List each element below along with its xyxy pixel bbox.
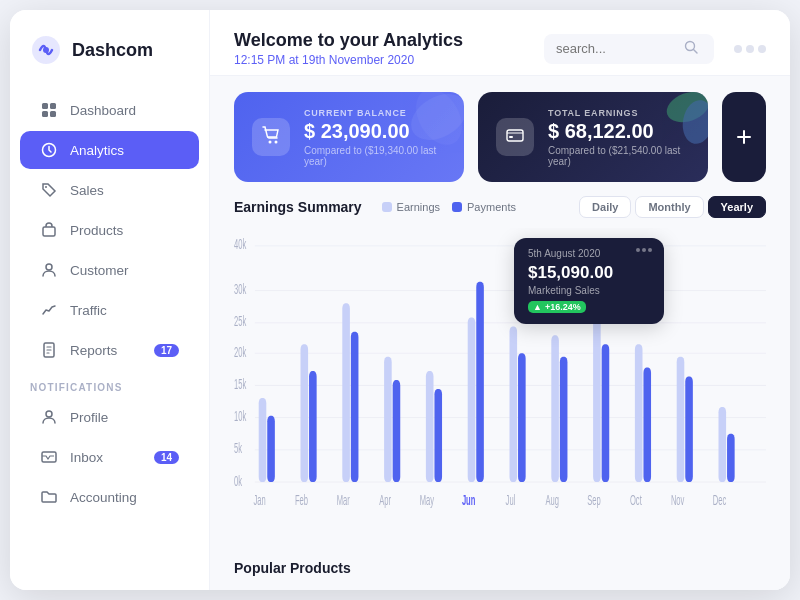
stat-card-stub (722, 92, 766, 182)
search-input[interactable] (556, 41, 676, 56)
svg-rect-43 (351, 332, 359, 482)
legend-payments: Payments (452, 201, 516, 213)
inbox-icon (40, 448, 58, 466)
svg-rect-48 (468, 317, 476, 482)
svg-point-15 (275, 141, 278, 144)
sidebar-item-customer[interactable]: Customer (20, 251, 199, 289)
svg-point-11 (46, 411, 52, 417)
chart-tooltip: 5th August 2020 $15,090.00 Marketing Sal… (514, 238, 664, 324)
sidebar-item-inbox[interactable]: Inbox 14 (20, 438, 199, 476)
folder-icon (40, 488, 58, 506)
sidebar: Dashcom Dashboard Analytics Sales Produc (10, 10, 210, 590)
sidebar-item-accounting[interactable]: Accounting (20, 478, 199, 516)
logo-area: Dashcom (10, 34, 209, 90)
svg-rect-61 (727, 434, 735, 482)
sidebar-item-dashboard[interactable]: Dashboard (20, 91, 199, 129)
svg-rect-55 (602, 344, 610, 482)
daily-button[interactable]: Daily (579, 196, 631, 218)
card-icon-box (252, 118, 290, 156)
svg-rect-49 (476, 282, 484, 482)
clock-icon (40, 141, 58, 159)
chart-title: Earnings Summary (234, 199, 362, 215)
chart-controls: Daily Monthly Yearly (579, 196, 766, 218)
svg-rect-8 (43, 227, 55, 236)
svg-rect-41 (309, 371, 317, 482)
bag-icon (40, 221, 58, 239)
svg-text:Aug: Aug (545, 493, 559, 508)
popular-section: Popular Products (210, 550, 790, 590)
user-icon (40, 408, 58, 426)
svg-rect-54 (593, 317, 601, 482)
earnings-legend-label: Earnings (397, 201, 440, 213)
svg-text:Apr: Apr (379, 493, 391, 508)
logo-text: Dashcom (72, 40, 153, 61)
chart-icon (40, 301, 58, 319)
svg-text:30k: 30k (234, 282, 246, 297)
payments-legend-label: Payments (467, 201, 516, 213)
svg-rect-53 (560, 357, 568, 482)
file-icon (40, 341, 58, 359)
chart-legend: Earnings Payments (382, 201, 516, 213)
svg-rect-57 (643, 368, 651, 482)
sidebar-item-traffic[interactable]: Traffic (20, 291, 199, 329)
svg-text:Jun: Jun (462, 493, 475, 508)
svg-text:Jan: Jan (254, 493, 266, 508)
search-bar[interactable] (544, 34, 714, 64)
svg-text:15k: 15k (234, 377, 246, 392)
svg-text:May: May (420, 493, 435, 508)
page-subtitle: 12:15 PM at 19th November 2020 (234, 53, 528, 67)
stat-card-earnings: TOTAL EARNINGS $ 68,122.00 Compared to (… (478, 92, 708, 182)
page-title: Welcome to your Analytics (234, 30, 528, 51)
sidebar-item-label: Products (70, 223, 123, 238)
tooltip-label: Marketing Sales (528, 285, 650, 296)
svg-text:Nov: Nov (671, 493, 685, 508)
svg-text:Oct: Oct (630, 493, 642, 508)
sidebar-item-products[interactable]: Products (20, 211, 199, 249)
search-icon (684, 40, 698, 58)
svg-text:5k: 5k (234, 441, 242, 456)
svg-rect-58 (677, 357, 685, 482)
chart-section: Earnings Summary Earnings Payments Daily… (210, 182, 790, 550)
reports-badge: 17 (154, 344, 179, 357)
stat-card-balance: CURRENT BALANCE $ 23,090.00 Compared to … (234, 92, 464, 182)
svg-point-1 (43, 47, 49, 53)
tooltip-badge-value: +16.24% (545, 302, 581, 312)
earnings-legend-dot (382, 202, 392, 212)
svg-rect-19 (509, 136, 513, 138)
notifications-section-label: NOTIFICATIONS (10, 370, 209, 397)
sidebar-item-profile[interactable]: Profile (20, 398, 199, 436)
sidebar-item-label: Profile (70, 410, 108, 425)
svg-rect-42 (342, 303, 350, 482)
svg-point-7 (45, 186, 47, 188)
sidebar-item-label: Accounting (70, 490, 137, 505)
svg-text:Mar: Mar (337, 493, 350, 508)
svg-rect-45 (393, 380, 401, 482)
tooltip-dots (636, 248, 652, 252)
svg-rect-5 (50, 111, 56, 117)
yearly-button[interactable]: Yearly (708, 196, 766, 218)
svg-rect-56 (635, 344, 643, 482)
chart-header: Earnings Summary Earnings Payments Daily… (234, 196, 766, 218)
legend-earnings: Earnings (382, 201, 440, 213)
sidebar-item-label: Sales (70, 183, 104, 198)
sidebar-item-label: Dashboard (70, 103, 136, 118)
card-icon-box-2 (496, 118, 534, 156)
svg-rect-59 (685, 376, 693, 482)
monthly-button[interactable]: Monthly (635, 196, 703, 218)
card-decor (404, 92, 464, 152)
main-content: Welcome to your Analytics 12:15 PM at 19… (210, 10, 790, 590)
sidebar-item-label: Analytics (70, 143, 124, 158)
sidebar-item-reports[interactable]: Reports 17 (20, 331, 199, 369)
svg-text:Dec: Dec (713, 493, 727, 508)
cards-row: CURRENT BALANCE $ 23,090.00 Compared to … (210, 76, 790, 182)
svg-rect-40 (301, 344, 309, 482)
sidebar-item-label: Inbox (70, 450, 103, 465)
topbar-dots (734, 45, 766, 53)
chart-svg: 40k 30k 25k 20k 15k 10k 5k 0k (234, 228, 766, 550)
svg-rect-51 (518, 353, 526, 482)
sidebar-item-analytics[interactable]: Analytics (20, 131, 199, 169)
sidebar-item-sales[interactable]: Sales (20, 171, 199, 209)
svg-rect-50 (510, 326, 518, 482)
svg-rect-3 (50, 103, 56, 109)
card-decor-2 (648, 92, 708, 152)
